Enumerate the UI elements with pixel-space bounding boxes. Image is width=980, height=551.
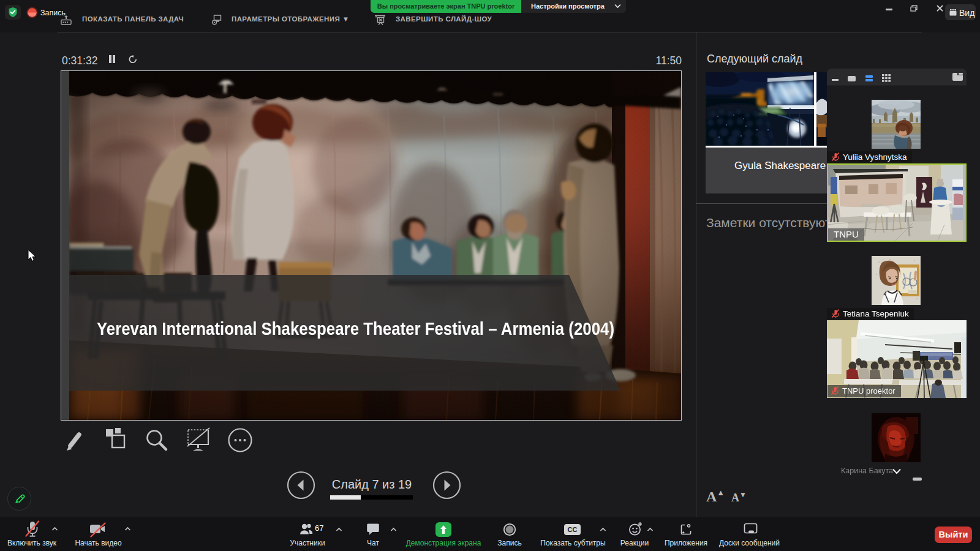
svg-text:Yerevan International Shakespe: Yerevan International Shakespeare Theate… — [97, 319, 614, 339]
